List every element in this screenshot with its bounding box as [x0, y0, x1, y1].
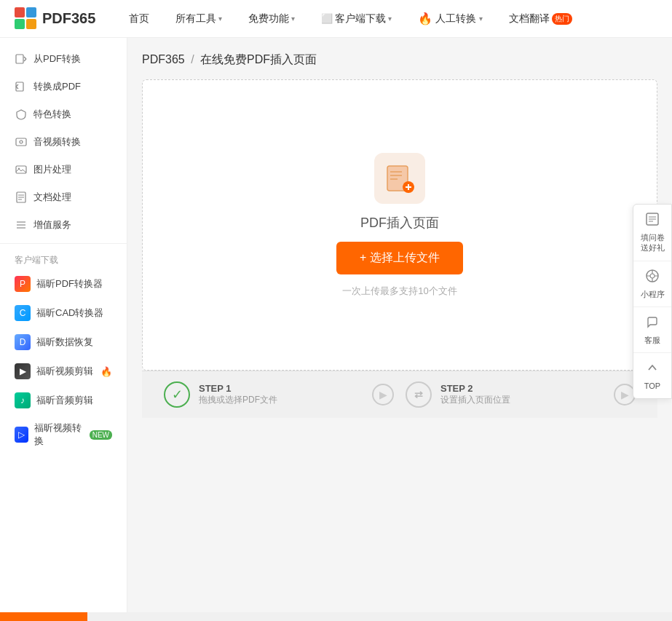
step-1-label: STEP 1 [199, 383, 277, 394]
video-edit-icon: ▶ [15, 363, 31, 379]
upload-hint: 一次上传最多支持10个文件 [342, 285, 456, 298]
nav-all-tools[interactable]: 所有工具 ▾ [171, 9, 226, 28]
sidebar-item-video-edit[interactable]: ▶ 福昕视频剪辑 🔥 [0, 357, 127, 386]
horizontal-scrollbar[interactable] [0, 612, 672, 621]
step-2-label: STEP 2 [440, 383, 510, 394]
sidebar-item-data-recovery[interactable]: D 福昕数据恢复 [0, 328, 127, 357]
cad-converter-icon: C [15, 305, 31, 321]
new-badge: NEW [90, 430, 112, 440]
svg-line-5 [24, 57, 26, 59]
sidebar-item-doc[interactable]: 文档处理 [0, 183, 127, 211]
scrollbar-thumb[interactable] [0, 612, 87, 621]
steps-bar: ✓ STEP 1 拖拽或选择PDF文件 ▶ ⇄ STEP 2 设置插入页面位置 … [142, 371, 657, 418]
video-convert-icon: ▷ [15, 427, 28, 443]
upload-card: PDF插入页面 + 选择上传文件 一次上传最多支持10个文件 [142, 79, 657, 371]
list-icon [15, 218, 28, 232]
nav-download[interactable]: ⬜ 客户端下载 ▾ [317, 9, 396, 28]
breadcrumb: PDF365 / 在线免费PDF插入页面 [142, 52, 657, 68]
svg-rect-10 [16, 138, 26, 146]
sidebar-item-vip[interactable]: 增值服务 [0, 211, 127, 239]
from-pdf-icon [15, 52, 28, 66]
pdf-tool-icon [374, 153, 425, 204]
client-section-title: 客户端下载 [0, 248, 127, 269]
svg-rect-4 [16, 55, 23, 63]
nav-translate[interactable]: 文档翻译 热门 [505, 9, 577, 28]
chevron-down-icon: ▾ [479, 15, 483, 23]
step-1-desc: 拖拽或选择PDF文件 [199, 394, 277, 406]
step-1-item: ✓ STEP 1 拖拽或选择PDF文件 [164, 381, 372, 408]
svg-rect-7 [16, 82, 23, 91]
survey-label: 填问卷送好礼 [641, 232, 665, 253]
shield-icon [15, 108, 28, 121]
sidebar-item-to-pdf[interactable]: 转换成PDF [0, 73, 127, 100]
float-miniapp-btn[interactable]: 小程序 [633, 261, 671, 307]
sidebar-item-pdf-converter[interactable]: P 福昕PDF转换器 [0, 269, 127, 298]
step-1-check: ✓ [164, 381, 190, 408]
chevron-down-icon: ▾ [291, 15, 295, 23]
pdf-converter-icon: P [15, 276, 31, 292]
upload-button[interactable]: + 选择上传文件 [336, 242, 463, 274]
svg-rect-1 [26, 7, 36, 17]
service-label: 客服 [644, 335, 660, 345]
svg-rect-3 [26, 19, 36, 29]
hot-badge: 热门 [552, 13, 572, 25]
step-1-arrow: ▶ [372, 384, 394, 406]
step-2-check: ⇄ [406, 381, 432, 408]
service-icon [645, 315, 660, 333]
top-label: TOP [644, 381, 660, 391]
float-survey-btn[interactable]: 填问卷送好礼 [633, 205, 671, 261]
fire-badge-icon: 🔥 [100, 366, 112, 377]
float-service-btn[interactable]: 客服 [633, 307, 671, 353]
step-2-item: ⇄ STEP 2 设置插入页面位置 [406, 381, 614, 408]
main-content: PDF365 / 在线免费PDF插入页面 PDF插入页面 + 选择上传文件 [127, 38, 672, 621]
sidebar-item-cad-converter[interactable]: C 福昕CAD转换器 [0, 298, 127, 328]
chevron-down-icon: ▾ [218, 15, 222, 23]
layout: 从PDF转换 转换成PDF 特色转换 [0, 38, 672, 621]
logo-text: PDF365 [42, 10, 95, 27]
sidebar-item-from-pdf[interactable]: 从PDF转换 [0, 45, 127, 73]
doc-icon [15, 191, 28, 204]
sidebar-item-audio-edit[interactable]: ♪ 福昕音频剪辑 [0, 386, 127, 415]
svg-point-33 [650, 274, 655, 278]
to-pdf-icon [15, 80, 28, 93]
tool-title: PDF插入页面 [360, 214, 439, 232]
miniapp-label: 小程序 [641, 289, 665, 299]
top-arrow-icon [645, 360, 660, 379]
sidebar-item-image[interactable]: 图片处理 [0, 156, 127, 183]
audio-edit-icon: ♪ [15, 392, 31, 408]
insert-page-icon [384, 163, 415, 194]
svg-rect-12 [16, 166, 26, 173]
sidebar-item-media[interactable]: 音视频转换 [0, 128, 127, 156]
step-1-text: STEP 1 拖拽或选择PDF文件 [199, 383, 277, 406]
step-2-text: STEP 2 设置插入页面位置 [440, 383, 510, 406]
breadcrumb-separator: / [191, 53, 194, 66]
nav-home[interactable]: 首页 [124, 9, 154, 28]
svg-line-6 [24, 59, 26, 61]
float-top-btn[interactable]: TOP [633, 353, 671, 398]
logo[interactable]: PDF365 [15, 7, 95, 31]
sidebar-item-special[interactable]: 特色转换 [0, 100, 127, 128]
survey-icon [645, 212, 660, 230]
media-icon [15, 135, 28, 149]
chevron-down-icon: ▾ [388, 15, 392, 23]
svg-point-11 [20, 141, 23, 143]
nav-free[interactable]: 免费功能 ▾ [244, 9, 299, 28]
sidebar-divider [0, 243, 127, 244]
svg-rect-2 [15, 19, 25, 29]
nav-manual-convert[interactable]: 🔥 人工转换 ▾ [414, 9, 487, 28]
header: PDF365 首页 所有工具 ▾ 免费功能 ▾ ⬜ 客户端下载 ▾ 🔥 人工转换… [0, 0, 672, 38]
step-2-desc: 设置插入页面位置 [440, 394, 510, 406]
data-recovery-icon: D [15, 334, 31, 350]
svg-rect-0 [15, 7, 25, 17]
sidebar: 从PDF转换 转换成PDF 特色转换 [0, 38, 127, 621]
logo-icon [15, 7, 38, 31]
float-toolbar: 填问卷送好礼 小程序 客服 TOP [633, 204, 672, 399]
image-icon [15, 163, 28, 176]
sidebar-item-video-convert[interactable]: ▷ 福昕视频转换 NEW [0, 415, 127, 454]
fire-icon: 🔥 [418, 12, 432, 25]
miniapp-icon [645, 269, 660, 287]
